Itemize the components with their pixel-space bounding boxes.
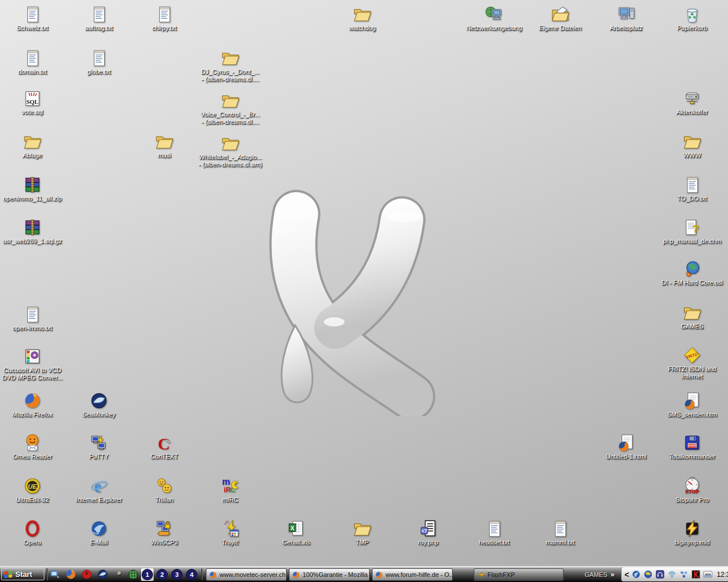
kaspersky-tray-icon[interactable]	[691, 569, 701, 579]
desktop-icon-label: TO_DO.txt	[659, 195, 725, 202]
games-toolbar[interactable]: GAMES »	[585, 571, 614, 579]
desktop-icon-domain-txt[interactable]: domain.txt	[0, 48, 65, 76]
desktop-icon-label: E-Mail	[66, 539, 132, 546]
desktop-icon-stopuhr-pro[interactable]: STOPStopuhr Pro	[659, 476, 725, 504]
virtual-desktop-button-1[interactable]: 1	[141, 568, 154, 581]
txt-icon	[23, 5, 42, 24]
desktop-icon-papierkorb[interactable]: Papierkorb	[659, 5, 725, 32]
desktop-icon-opera[interactable]: Opera	[0, 519, 65, 546]
taskbar-task-www-forum-hilfe-de-o[interactable]: www.forum-hilfe.de - O...	[372, 568, 453, 581]
desktop-grid-icon[interactable]	[127, 569, 139, 580]
red-app-icon[interactable]	[81, 568, 93, 580]
desktop-icon-open-immo-txt[interactable]: open-immo.txt	[0, 305, 65, 332]
excel-icon: X	[287, 519, 306, 538]
desktop-icon-omea-reader[interactable]: Omea Reader	[0, 433, 65, 460]
desktop-icon-watchdog[interactable]: watchdog	[329, 5, 395, 32]
firefox-icon[interactable]	[65, 568, 77, 580]
desktop-icon-label: vote.sql	[0, 109, 65, 116]
desktop-icon-tmp[interactable]: TMP	[329, 519, 395, 546]
desktop-icon-label: auftrag.txt	[66, 24, 132, 32]
desktop-icon-headset-txt[interactable]: headset.txt	[461, 519, 527, 546]
desktop-icon-ablage[interactable]: Ablage	[0, 132, 65, 159]
desktop-icon-cucusoft-avi-to-vcd-dvd-mpeg-conver[interactable]: Cucusoft AVI to VCD DVD MPEG Conver...	[0, 347, 65, 381]
quick-launch-overflow-chevron[interactable]: »	[117, 569, 121, 577]
desktop-icon-label: headset.txt	[461, 539, 527, 546]
desktop-icon-label: WinSCP3	[131, 539, 197, 546]
desktop-icon-gehalt-xls[interactable]: XGehalt.xls	[263, 519, 329, 546]
desktop-icon-untitled-1-html[interactable]: Untitled-1.html	[593, 433, 659, 460]
desktop-icon-chirpy-txt[interactable]: chirpy.txt	[131, 5, 197, 32]
games-toolbar-chevron[interactable]: »	[611, 571, 615, 579]
desktop-icon-usr-web269-1-sql-gz[interactable]: usr_web269_1.sql.gz	[0, 218, 65, 245]
task-label: www.movetec-server.ch...	[220, 571, 286, 578]
desktop-icon-roy-php[interactable]: <?roy.php	[395, 519, 461, 546]
desktop-icon-label: FRITZ! ISDN und Internet	[659, 365, 725, 380]
taskbar-task-100-garantie-mozilla[interactable]: 100%Garantie - Mozilla ...	[289, 568, 370, 581]
desktop-icon-to-do-txt[interactable]: TO_DO.txt	[659, 175, 725, 202]
network-tray-icon[interactable]	[679, 569, 689, 579]
desktop-icon-putty[interactable]: PuTTY	[66, 433, 132, 460]
desktop-icon-winscp3[interactable]: WinSCP3	[131, 519, 197, 546]
desktop-icon-mozilla-firefox[interactable]: Mozilla Firefox	[0, 391, 65, 418]
recycle-icon	[682, 5, 702, 24]
start-button[interactable]: Start	[1, 568, 44, 580]
show-desktop-icon[interactable]	[49, 568, 61, 580]
desktop-icon-aktenkoffer[interactable]: Aktenkoffer	[659, 89, 725, 116]
games-toolbar-label: GAMES	[585, 571, 607, 578]
desktop-icon-voice-control-br-alben-dreams-dl[interactable]: Voice_Control_-_Br... - (alben-dreams.dl…	[197, 91, 263, 126]
desktop-icon-netzwerkumgebung[interactable]: Netzwerkumgebung	[461, 5, 527, 32]
globe-tray-icon[interactable]	[643, 569, 653, 579]
svg-text:UE: UE	[28, 483, 38, 490]
desktop-icon-openimmo-11-all-zip[interactable]: openimmo_11_all.zip	[0, 175, 65, 202]
desktop-icon-e-mail[interactable]: E-Mail	[66, 519, 132, 546]
firefox-icon	[23, 391, 42, 410]
taskbar-task-flashfxp[interactable]: FlashFXP	[474, 568, 564, 581]
virtual-desktop-button-2[interactable]: 2	[156, 568, 168, 581]
virtual-desktop-pager: 1234	[127, 568, 198, 581]
desktop-icon-dj-cyrus-dont-alben-dreams-dl[interactable]: DJ_Cyrus_-_Dont_... - (alben-dreams.dl..…	[197, 48, 263, 83]
desktop-icon-internet-explorer[interactable]: eInternet Explorer	[66, 476, 132, 504]
desktop-icon-php-manual-de-chm[interactable]: ?php_manual_de.chm	[659, 218, 725, 245]
desktop-icon-schweiz-txt[interactable]: Schweiz.txt	[0, 5, 65, 32]
desktop-icon-seamonkey[interactable]: SeaMonkey	[66, 391, 132, 418]
virtual-desktop-button-3[interactable]: 3	[171, 568, 183, 581]
desktop-icon-label: watchdog	[329, 24, 395, 32]
desktop-icon-www[interactable]: WWW	[659, 132, 725, 159]
desktop-icon-trillian[interactable]: Trillian	[131, 476, 197, 504]
trillian-icon	[155, 476, 174, 496]
desktop-icon-musi[interactable]: musi	[131, 132, 197, 159]
desktop-icon-fritz-isdn-und-internet[interactable]: FRiTZ!FRITZ! ISDN und Internet	[659, 346, 725, 380]
desktop-icon-eigene-dateien[interactable]: Eigene Dateien	[527, 5, 593, 32]
desktop-icon-mirc[interactable]: miRCmIRC	[197, 476, 263, 504]
thunderbird-tray-icon[interactable]	[631, 569, 641, 579]
desktop-icon-label: php_manual_de.chm	[659, 238, 725, 245]
virtual-desktop-button-4[interactable]: 4	[185, 568, 198, 581]
desktop-icon-vote-sql[interactable]: SQLvote.sql	[0, 89, 65, 116]
tray-collapse-chevron[interactable]: <	[624, 570, 629, 579]
headphones-tray-icon[interactable]	[655, 569, 665, 579]
folder-icon	[155, 132, 174, 151]
folder-icon	[682, 132, 702, 151]
desktop-icon-auftrag-txt[interactable]: auftrag.txt	[66, 5, 132, 32]
desktop-icon-totalkommander[interactable]: Totalkommander	[659, 433, 725, 460]
desktop-icon-arbeitsplatz[interactable]: Arbeitsplatz	[593, 5, 659, 32]
desktop-icon-di-fm-hard-core-osl[interactable]: DI - FM Hard Core.osl	[659, 259, 725, 286]
phone-tray-icon[interactable]	[667, 569, 677, 579]
desktop-icon-mammi-txt[interactable]: mammi.txt	[527, 519, 593, 546]
desktop-icon-biginjmp-mid[interactable]: biginjmp.mid	[659, 519, 725, 546]
desktop-icon-sms-senden-htm[interactable]: SMS_senden.htm	[659, 391, 725, 418]
svg-text:<?: <?	[421, 528, 427, 534]
desktop-icon-context[interactable]: CConTEXT	[131, 433, 197, 460]
seamonkey-icon[interactable]	[97, 568, 109, 580]
desktop-icon-trayit[interactable]: Trayit!	[197, 519, 263, 546]
rar-icon	[23, 218, 42, 237]
desktop-icon-games[interactable]: GAMES	[659, 303, 725, 330]
php-icon: <?	[419, 519, 438, 538]
seamonkey-icon	[89, 391, 109, 410]
desktop-icon-ultraedit-32[interactable]: UEUltraEdit-32	[0, 476, 65, 504]
desktop-icon-whitelabel-adagio-alben-dreams-dl-am[interactable]: Whitelabel_-_Adagio... - (alben-dreams.d…	[197, 134, 263, 168]
isdn-tray-icon[interactable]: ISDN	[703, 569, 713, 579]
taskbar-task-www-movetec-server-ch[interactable]: www.movetec-server.ch...	[206, 568, 287, 581]
task-label: www.forum-hilfe.de - O...	[386, 571, 452, 578]
desktop-icon-globe-txt[interactable]: globe.txt	[66, 48, 132, 76]
